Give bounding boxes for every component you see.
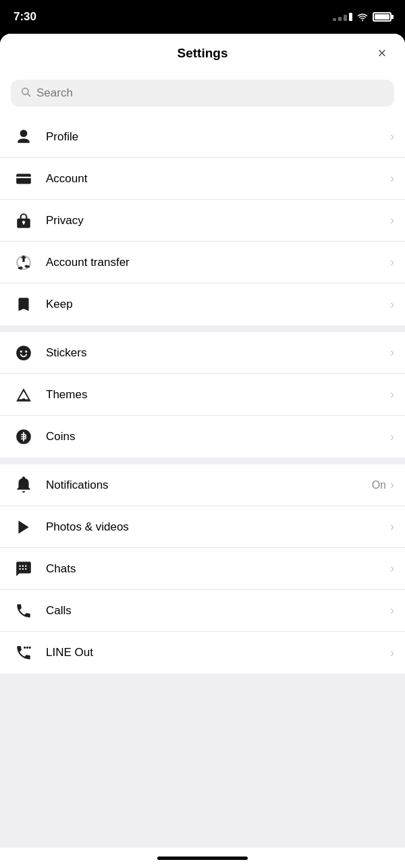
battery-icon — [373, 12, 392, 22]
profile-chevron: › — [390, 130, 394, 144]
svg-point-7 — [25, 350, 27, 352]
settings-group-1: Profile › Account › Privacy › — [0, 116, 405, 325]
home-bar — [157, 857, 248, 860]
line-out-chevron: › — [390, 646, 394, 660]
profile-icon — [11, 124, 36, 150]
status-icons — [333, 12, 392, 22]
chats-icon — [11, 556, 36, 582]
keep-label: Keep — [46, 298, 390, 311]
svg-rect-4 — [18, 180, 23, 181]
calls-icon — [11, 598, 36, 624]
svg-point-6 — [20, 350, 22, 352]
stickers-chevron: › — [390, 346, 394, 360]
page-title: Settings — [178, 46, 228, 61]
close-button[interactable]: × — [373, 44, 392, 63]
account-icon — [11, 166, 36, 192]
settings-item-coins[interactable]: Coins › — [0, 416, 405, 458]
coins-icon — [11, 424, 36, 450]
sheet-header: Settings × — [0, 34, 405, 73]
account-transfer-label: Account transfer — [46, 256, 390, 269]
status-time: 7:30 — [14, 10, 36, 24]
privacy-label: Privacy — [46, 214, 390, 227]
keep-icon — [11, 292, 36, 317]
svg-rect-8 — [22, 398, 25, 400]
chats-chevron: › — [390, 562, 394, 576]
home-indicator — [0, 848, 405, 868]
svg-point-11 — [26, 647, 28, 649]
svg-point-13 — [24, 647, 26, 649]
settings-item-account-transfer[interactable]: Account transfer › — [0, 242, 405, 283]
account-transfer-chevron: › — [390, 255, 394, 269]
settings-item-stickers[interactable]: Stickers › — [0, 332, 405, 374]
settings-item-calls[interactable]: Calls › — [0, 590, 405, 632]
search-icon — [20, 86, 31, 100]
svg-marker-10 — [18, 520, 28, 534]
settings-list: Profile › Account › Privacy › — [0, 116, 405, 848]
account-transfer-icon — [11, 250, 36, 275]
themes-icon — [11, 382, 36, 408]
settings-item-line-out[interactable]: LINE Out › — [0, 632, 405, 674]
line-out-icon — [11, 640, 36, 666]
status-bar: 7:30 — [0, 0, 405, 34]
coins-label: Coins — [46, 430, 390, 443]
search-wrapper[interactable] — [11, 80, 394, 107]
signal-icon — [333, 13, 352, 21]
photos-videos-chevron: › — [390, 520, 394, 534]
coins-chevron: › — [390, 430, 394, 444]
themes-chevron: › — [390, 387, 394, 402]
notifications-icon — [11, 472, 36, 498]
settings-item-photos-videos[interactable]: Photos & videos › — [0, 506, 405, 548]
search-input[interactable] — [36, 86, 385, 100]
themes-label: Themes — [46, 388, 390, 402]
svg-point-12 — [29, 647, 31, 649]
notifications-chevron: › — [390, 478, 394, 492]
notifications-label: Notifications — [46, 479, 372, 492]
keep-chevron: › — [390, 298, 394, 312]
search-container — [0, 73, 405, 116]
account-chevron: › — [390, 171, 394, 186]
calls-label: Calls — [46, 604, 390, 618]
account-label: Account — [46, 172, 390, 186]
settings-group-3: Notifications On › Photos & videos › Cha… — [0, 464, 405, 674]
stickers-label: Stickers — [46, 346, 390, 360]
settings-item-keep[interactable]: Keep › — [0, 283, 405, 325]
settings-item-profile[interactable]: Profile › — [0, 116, 405, 158]
profile-label: Profile — [46, 130, 390, 144]
svg-point-5 — [16, 346, 31, 360]
settings-item-themes[interactable]: Themes › — [0, 374, 405, 416]
settings-item-account[interactable]: Account › — [0, 158, 405, 200]
stickers-icon — [11, 340, 36, 366]
privacy-icon — [11, 208, 36, 234]
wifi-icon — [356, 12, 369, 22]
settings-item-notifications[interactable]: Notifications On › — [0, 464, 405, 506]
svg-rect-2 — [16, 173, 31, 184]
privacy-chevron: › — [390, 213, 394, 227]
settings-sheet: Settings × Profile › — [0, 34, 405, 868]
calls-chevron: › — [390, 603, 394, 618]
photos-icon — [11, 514, 36, 540]
photos-videos-label: Photos & videos — [46, 520, 390, 534]
line-out-label: LINE Out — [46, 646, 390, 659]
settings-item-privacy[interactable]: Privacy › — [0, 200, 405, 242]
svg-line-1 — [28, 94, 30, 97]
chats-label: Chats — [46, 562, 390, 576]
settings-item-chats[interactable]: Chats › — [0, 548, 405, 590]
notifications-value: On — [372, 479, 386, 491]
settings-group-2: Stickers › Themes › Coins › — [0, 332, 405, 458]
